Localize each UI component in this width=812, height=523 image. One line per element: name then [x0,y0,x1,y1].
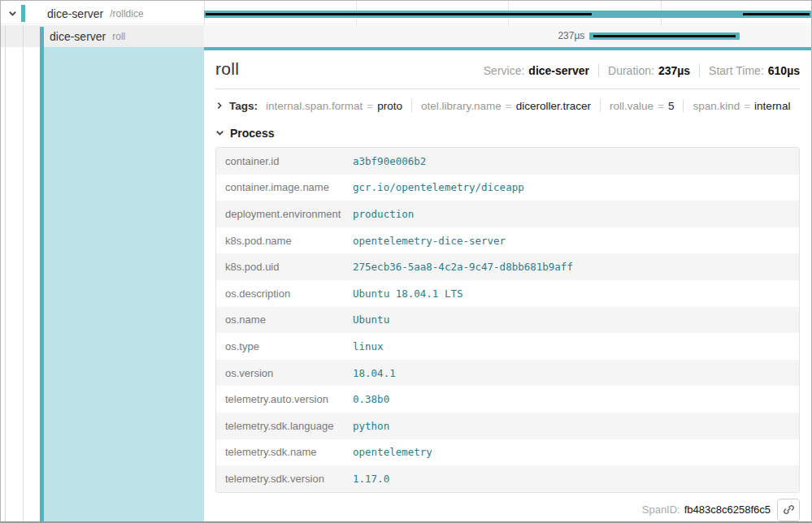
service-color-bar [21,5,25,22]
tag-key: internal.span.format [266,100,363,112]
table-row: k8s.pod.name opentelemetry-dice-server [216,227,799,254]
span-duration-label: 237µs [204,25,584,47]
table-row: container.image.name gcr.io/opentelemetr… [216,175,799,201]
table-row: os.version 18.04.1 [216,360,799,387]
indent-guide [5,47,6,521]
span-tree-left-column [1,47,204,521]
meta-item: Duration: 237µs [598,64,690,77]
tag-key: roll.value [610,100,654,112]
chevron-down-icon [215,128,224,137]
span-name-cell[interactable]: dice-server roll [1,25,204,47]
meta-item: Start Time: 610µs [699,64,800,77]
table-row: os.name Ubuntu [216,307,799,334]
attribute-key: deployment.environment [216,208,353,220]
span-detail-header: roll Service: dice-server Duration: 237µ… [215,59,800,79]
critical-path-segment [206,13,591,15]
tag-item: internal.span.format = proto [266,100,402,112]
indent-guide [23,25,24,47]
timeline-cell [204,3,811,24]
attribute-value: a3bf90e006b2 [353,155,426,167]
attribute-value: opentelemetry-dice-server [353,235,506,247]
tag-equals: = [506,100,512,112]
attribute-value: 1.17.0 [353,473,389,485]
span-name-cell[interactable]: dice-server /rolldice [1,3,204,24]
tag-equals: = [658,100,664,112]
span-row-rolldice[interactable]: dice-server /rolldice [1,3,811,24]
attribute-value: Ubuntu [353,313,389,326]
meta-label: Start Time: [709,64,764,77]
span-title: roll [215,59,239,79]
table-row: telemetry.sdk.version 1.17.0 [216,465,799,492]
critical-path-segment [743,13,809,15]
tag-key: otel.library.name [421,100,502,112]
indent-guide [5,25,6,47]
table-row: deployment.environment production [216,201,799,227]
operation-name: /rolldice [110,8,143,19]
tags-section-header[interactable]: Tags: internal.span.format = proto otel.… [215,97,800,115]
meta-value: 610µs [768,64,800,77]
meta-label: Duration: [608,64,654,77]
table-row: telemetry.sdk.name opentelemetry [216,439,799,466]
timeline-cell: 237µs [204,25,811,47]
tag-key: span.kind [693,100,740,112]
tag-item: span.kind = internal [683,100,790,112]
attribute-key: telemetry.sdk.name [216,446,353,458]
table-row: os.type linux [216,333,799,360]
span-detail-footer: SpanID: fb483c8c6258f6c5 [215,499,800,521]
tag-item: roll.value = 5 [600,100,674,112]
span-meta-list: Service: dice-server Duration: 237µs Sta… [484,64,800,77]
header-divider [215,89,800,89]
table-row: telemetry.auto.version 0.38b0 [216,386,799,413]
attribute-key: k8s.pod.name [216,235,353,247]
meta-item: Service: dice-server [484,64,589,77]
selected-span-highlight [44,47,204,521]
meta-value: dice-server [528,64,589,77]
chevron-right-icon [215,102,224,110]
attribute-key: k8s.pod.uid [216,261,353,273]
span-bar[interactable] [589,32,740,40]
attribute-key: container.id [216,155,353,167]
tag-equals: = [367,100,373,112]
attribute-key: os.version [216,367,353,379]
indent-guide [23,47,24,521]
attribute-value: 18.04.1 [353,367,396,379]
attribute-key: telemetry.sdk.version [216,473,353,485]
operation-name: roll [112,31,125,42]
tag-item: otel.library.name = diceroller.tracer [411,100,591,112]
service-color-bar [40,27,44,48]
attribute-key: container.image.name [216,181,353,193]
attribute-value: opentelemetry [353,446,432,458]
attribute-value: 0.38b0 [353,393,389,405]
tag-value: proto [377,100,402,112]
span-row-roll[interactable]: dice-server roll 237µs [1,25,811,47]
copy-link-button[interactable] [777,499,800,521]
table-row: k8s.pod.uid 275ecb36-5aa8-4c2a-9c47-d8bb… [216,253,799,280]
attribute-value: 275ecb36-5aa8-4c2a-9c47-d8bb681b9aff [353,261,573,273]
tag-value: diceroller.tracer [516,100,591,112]
process-section-header[interactable]: Process [215,126,800,140]
table-row: container.id a3bf90e006b2 [216,148,799,175]
attribute-key: telemetry.auto.version [216,393,353,405]
span-detail-panel: roll Service: dice-server Duration: 237µ… [204,47,811,521]
attribute-key: os.description [216,287,353,300]
attribute-key: os.name [216,313,353,326]
attribute-value: production [353,208,414,220]
jaeger-trace-view: dice-server /rolldice dice-server roll 2… [0,0,812,523]
attribute-value: Ubuntu 18.04.1 LTS [353,287,462,300]
table-row: os.description Ubuntu 18.04.1 LTS [216,280,799,307]
critical-path-segment [593,35,736,37]
meta-label: Service: [484,64,525,77]
attribute-value: python [353,420,389,432]
process-label: Process [230,127,274,140]
chevron-down-icon[interactable] [7,9,17,19]
spanid-value: fb483c8c6258f6c5 [684,504,771,516]
link-icon [783,504,795,516]
span-bar[interactable] [204,11,811,18]
table-row: telemetry.sdk.language python [216,413,799,439]
meta-value: 237µs [658,64,690,77]
attribute-key: telemetry.sdk.language [216,420,353,432]
attribute-value: linux [353,340,384,352]
process-attributes-table: container.id a3bf90e006b2 container.imag… [215,147,800,493]
tag-equals: = [744,100,750,112]
tag-value: 5 [668,100,675,112]
